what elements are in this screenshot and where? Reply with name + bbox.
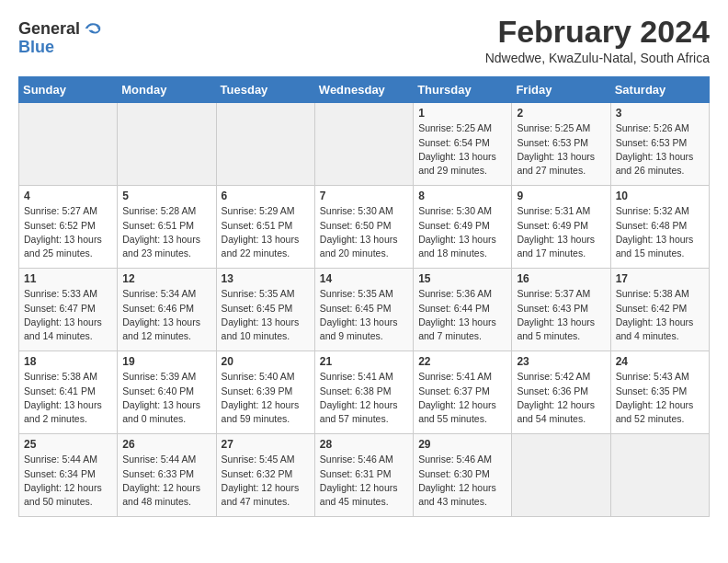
day-number: 18: [24, 355, 112, 368]
calendar-cell: 19Sunrise: 5:39 AM Sunset: 6:40 PM Dayli…: [118, 351, 216, 434]
calendar-cell: 13Sunrise: 5:35 AM Sunset: 6:45 PM Dayli…: [216, 269, 314, 351]
day-number: 28: [320, 438, 408, 451]
logo-icon: [82, 18, 102, 39]
day-info: Sunrise: 5:43 AM Sunset: 6:35 PM Dayligh…: [616, 370, 704, 426]
calendar-cell: 29Sunrise: 5:46 AM Sunset: 6:30 PM Dayli…: [414, 434, 512, 517]
day-number: 13: [222, 272, 310, 285]
title-block: February 2024 Ndwedwe, KwaZulu-Natal, So…: [485, 15, 710, 65]
logo-general: General: [18, 20, 80, 37]
day-number: 5: [122, 190, 210, 202]
day-info: Sunrise: 5:35 AM Sunset: 6:45 PM Dayligh…: [222, 287, 310, 343]
week-row-5: 25Sunrise: 5:44 AM Sunset: 6:34 PM Dayli…: [19, 434, 710, 517]
day-info: Sunrise: 5:37 AM Sunset: 6:43 PM Dayligh…: [517, 287, 605, 343]
calendar-cell: 17Sunrise: 5:38 AM Sunset: 6:42 PM Dayli…: [610, 269, 709, 351]
day-number: 23: [517, 355, 605, 368]
day-number: 16: [517, 272, 605, 285]
calendar-cell: 16Sunrise: 5:37 AM Sunset: 6:43 PM Dayli…: [512, 269, 610, 351]
calendar-cell: 18Sunrise: 5:38 AM Sunset: 6:41 PM Dayli…: [19, 351, 118, 434]
day-info: Sunrise: 5:44 AM Sunset: 6:33 PM Dayligh…: [122, 453, 210, 509]
calendar-cell: 3Sunrise: 5:26 AM Sunset: 6:53 PM Daylig…: [610, 103, 709, 186]
calendar-cell: 10Sunrise: 5:32 AM Sunset: 6:48 PM Dayli…: [610, 186, 709, 269]
header-wednesday: Wednesday: [314, 77, 413, 103]
day-info: Sunrise: 5:36 AM Sunset: 6:44 PM Dayligh…: [418, 287, 506, 343]
day-number: 20: [222, 355, 310, 368]
page-header: General Blue February 2024 Ndwedwe, KwaZ…: [18, 15, 710, 65]
calendar-cell: 6Sunrise: 5:29 AM Sunset: 6:51 PM Daylig…: [216, 186, 314, 269]
day-info: Sunrise: 5:38 AM Sunset: 6:41 PM Dayligh…: [24, 370, 112, 426]
day-number: 15: [418, 272, 506, 285]
day-info: Sunrise: 5:30 AM Sunset: 6:50 PM Dayligh…: [320, 204, 408, 260]
day-info: Sunrise: 5:35 AM Sunset: 6:45 PM Dayligh…: [320, 287, 408, 343]
calendar-cell: 14Sunrise: 5:35 AM Sunset: 6:45 PM Dayli…: [314, 269, 413, 351]
calendar-cell: 5Sunrise: 5:28 AM Sunset: 6:51 PM Daylig…: [118, 186, 216, 269]
header-sunday: Sunday: [19, 77, 118, 103]
day-info: Sunrise: 5:38 AM Sunset: 6:42 PM Dayligh…: [616, 287, 704, 343]
day-number: 6: [222, 190, 310, 202]
day-number: 11: [24, 272, 112, 285]
day-info: Sunrise: 5:45 AM Sunset: 6:32 PM Dayligh…: [222, 453, 310, 509]
calendar-table: SundayMondayTuesdayWednesdayThursdayFrid…: [18, 76, 710, 517]
calendar-cell: 28Sunrise: 5:46 AM Sunset: 6:31 PM Dayli…: [314, 434, 413, 517]
calendar-cell: [610, 434, 709, 517]
calendar-cell: 15Sunrise: 5:36 AM Sunset: 6:44 PM Dayli…: [414, 269, 512, 351]
calendar-cell: 9Sunrise: 5:31 AM Sunset: 6:49 PM Daylig…: [512, 186, 610, 269]
header-saturday: Saturday: [610, 77, 709, 103]
calendar-cell: 25Sunrise: 5:44 AM Sunset: 6:34 PM Dayli…: [19, 434, 118, 517]
calendar-cell: 23Sunrise: 5:42 AM Sunset: 6:36 PM Dayli…: [512, 351, 610, 434]
day-info: Sunrise: 5:25 AM Sunset: 6:53 PM Dayligh…: [517, 121, 605, 178]
day-number: 26: [122, 438, 210, 451]
calendar-cell: 22Sunrise: 5:41 AM Sunset: 6:37 PM Dayli…: [414, 351, 512, 434]
day-number: 12: [122, 272, 210, 285]
day-number: 7: [320, 190, 408, 202]
day-number: 8: [418, 190, 506, 202]
day-info: Sunrise: 5:39 AM Sunset: 6:40 PM Dayligh…: [122, 370, 210, 426]
day-info: Sunrise: 5:31 AM Sunset: 6:49 PM Dayligh…: [517, 204, 605, 260]
day-number: 17: [616, 272, 704, 285]
calendar-cell: 26Sunrise: 5:44 AM Sunset: 6:33 PM Dayli…: [118, 434, 216, 517]
calendar-cell: 27Sunrise: 5:45 AM Sunset: 6:32 PM Dayli…: [216, 434, 314, 517]
day-number: 27: [222, 438, 310, 451]
calendar-cell: [118, 103, 216, 186]
day-number: 10: [616, 190, 704, 202]
day-info: Sunrise: 5:28 AM Sunset: 6:51 PM Dayligh…: [122, 204, 210, 260]
day-number: 4: [24, 190, 112, 202]
day-number: 22: [418, 355, 506, 368]
calendar-cell: [216, 103, 314, 186]
logo-blue: Blue: [18, 38, 54, 56]
day-number: 25: [24, 438, 112, 451]
calendar-cell: 24Sunrise: 5:43 AM Sunset: 6:35 PM Dayli…: [610, 351, 709, 434]
day-info: Sunrise: 5:42 AM Sunset: 6:36 PM Dayligh…: [517, 370, 605, 426]
calendar-cell: 7Sunrise: 5:30 AM Sunset: 6:50 PM Daylig…: [314, 186, 413, 269]
logo: General Blue: [18, 18, 102, 56]
day-info: Sunrise: 5:34 AM Sunset: 6:46 PM Dayligh…: [122, 287, 210, 343]
day-number: 29: [418, 438, 506, 451]
calendar-cell: 1Sunrise: 5:25 AM Sunset: 6:54 PM Daylig…: [414, 103, 512, 186]
day-number: 1: [418, 107, 506, 120]
calendar-cell: [19, 103, 118, 186]
day-info: Sunrise: 5:26 AM Sunset: 6:53 PM Dayligh…: [616, 121, 704, 178]
day-info: Sunrise: 5:30 AM Sunset: 6:49 PM Dayligh…: [418, 204, 506, 260]
day-info: Sunrise: 5:33 AM Sunset: 6:47 PM Dayligh…: [24, 287, 112, 343]
calendar-cell: 2Sunrise: 5:25 AM Sunset: 6:53 PM Daylig…: [512, 103, 610, 186]
day-number: 14: [320, 272, 408, 285]
day-info: Sunrise: 5:32 AM Sunset: 6:48 PM Dayligh…: [616, 204, 704, 260]
day-number: 21: [320, 355, 408, 368]
week-row-3: 11Sunrise: 5:33 AM Sunset: 6:47 PM Dayli…: [19, 269, 710, 351]
week-row-4: 18Sunrise: 5:38 AM Sunset: 6:41 PM Dayli…: [19, 351, 710, 434]
day-info: Sunrise: 5:46 AM Sunset: 6:30 PM Dayligh…: [418, 453, 506, 509]
calendar-cell: 12Sunrise: 5:34 AM Sunset: 6:46 PM Dayli…: [118, 269, 216, 351]
day-number: 19: [122, 355, 210, 368]
day-number: 2: [517, 107, 605, 120]
day-info: Sunrise: 5:41 AM Sunset: 6:38 PM Dayligh…: [320, 370, 408, 426]
calendar-cell: 20Sunrise: 5:40 AM Sunset: 6:39 PM Dayli…: [216, 351, 314, 434]
header-monday: Monday: [118, 77, 216, 103]
calendar-cell: [512, 434, 610, 517]
calendar-cell: 11Sunrise: 5:33 AM Sunset: 6:47 PM Dayli…: [19, 269, 118, 351]
week-row-2: 4Sunrise: 5:27 AM Sunset: 6:52 PM Daylig…: [19, 186, 710, 269]
day-info: Sunrise: 5:46 AM Sunset: 6:31 PM Dayligh…: [320, 453, 408, 509]
main-title: February 2024: [485, 15, 710, 49]
header-tuesday: Tuesday: [216, 77, 314, 103]
day-info: Sunrise: 5:44 AM Sunset: 6:34 PM Dayligh…: [24, 453, 112, 509]
day-info: Sunrise: 5:25 AM Sunset: 6:54 PM Dayligh…: [418, 121, 506, 178]
calendar-cell: 21Sunrise: 5:41 AM Sunset: 6:38 PM Dayli…: [314, 351, 413, 434]
